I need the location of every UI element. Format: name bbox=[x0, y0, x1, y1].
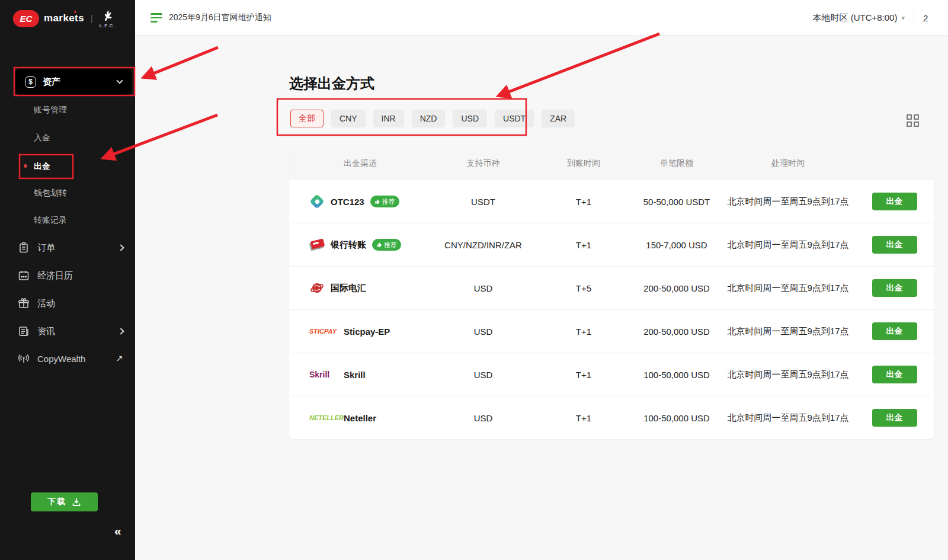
sidebar-item-copywealth-label: CopyWealth bbox=[37, 354, 85, 364]
clock-time: 2 bbox=[923, 13, 948, 23]
withdraw-button[interactable]: 出金 bbox=[872, 409, 917, 427]
recommended-badge-label: 推荐 bbox=[382, 197, 395, 206]
transaction-limit: 150-7,000 USD bbox=[632, 240, 721, 250]
logo-divider: | bbox=[91, 14, 93, 23]
col-header-limit: 单笔限额 bbox=[632, 158, 721, 169]
brand-name: markets bbox=[44, 12, 84, 24]
sidebar-item-account-management[interactable]: 账号管理 bbox=[34, 105, 67, 116]
maintenance-notice-text: 2025年9月6日官网维护通知 bbox=[169, 12, 271, 23]
topbar: 2025年9月6日官网维护通知 本地时区 (UTC+8:00) ▾ 2 bbox=[135, 0, 948, 36]
brand-name-text: markets bbox=[44, 12, 84, 24]
channel-name: 国际电汇 bbox=[331, 283, 366, 294]
sidebar-item-transfer-records[interactable]: 转账记录 bbox=[34, 215, 67, 226]
withdraw-button[interactable]: 出金 bbox=[872, 279, 917, 297]
sidebar-item-activity[interactable]: 活动 bbox=[18, 296, 123, 311]
announcement-lines-icon bbox=[150, 13, 162, 23]
arrival-time: T+1 bbox=[535, 327, 632, 337]
grid-view-toggle[interactable] bbox=[907, 114, 919, 127]
sidebar: EC markets | L.F.C. $ 资产 账号管理 入金 出金 钱包划转… bbox=[0, 0, 135, 560]
sidebar-item-economic-calendar[interactable]: 经济日历 bbox=[18, 268, 123, 283]
sidebar-item-assets-label: 资产 bbox=[43, 76, 60, 88]
arrival-time: T+5 bbox=[535, 283, 632, 293]
chevron-right-icon bbox=[117, 328, 124, 334]
arrival-time: T+1 bbox=[535, 240, 632, 250]
external-link-icon: ↗ bbox=[116, 353, 123, 364]
sidebar-item-wallet-transfer[interactable]: 钱包划转 bbox=[34, 188, 67, 199]
filter-chip-usd[interactable]: USD bbox=[453, 110, 487, 127]
filter-chip-zar[interactable]: ZAR bbox=[542, 110, 575, 127]
sidebar-item-news-label: 资讯 bbox=[37, 326, 55, 337]
processing-time: 北京时间周一至周五9点到17点 bbox=[721, 281, 855, 295]
download-icon bbox=[72, 497, 81, 507]
channel-name: 银行转账 bbox=[331, 239, 366, 251]
sidebar-collapse-button[interactable]: « bbox=[114, 524, 121, 538]
filter-chip-usdt[interactable]: USDT bbox=[495, 110, 534, 127]
arrival-time: T+1 bbox=[535, 370, 632, 380]
chevron-down-icon bbox=[116, 77, 123, 84]
supported-currency: USD bbox=[431, 327, 535, 337]
brand-logo: EC markets | L.F.C. bbox=[13, 8, 116, 28]
sidebar-item-orders-label: 订单 bbox=[37, 242, 55, 254]
brand-dot-icon bbox=[74, 11, 76, 13]
supported-currency: USD bbox=[431, 413, 535, 423]
filter-chip-nzd[interactable]: NZD bbox=[412, 110, 446, 127]
sidebar-item-assets[interactable]: $ 资产 bbox=[15, 69, 132, 95]
table-row-sticpay: STICPAY Sticpay-EP USD T+1 200-50,000 US… bbox=[289, 309, 934, 353]
col-header-currency: 支持币种 bbox=[431, 158, 535, 169]
withdraw-methods-table: 出金渠道 支持币种 到账时间 单笔限额 处理时间 OTC123 推荐 USDT … bbox=[289, 147, 934, 439]
gift-icon bbox=[18, 297, 30, 309]
broadcast-icon bbox=[18, 353, 30, 364]
thumbs-up-icon bbox=[376, 242, 382, 248]
annotation-arrow-filters bbox=[499, 34, 659, 95]
maintenance-notice[interactable]: 2025年9月6日官网维护通知 bbox=[150, 0, 271, 36]
recommended-badge-label: 推荐 bbox=[384, 241, 397, 249]
withdraw-button[interactable]: 出金 bbox=[872, 193, 917, 210]
col-header-channel: 出金渠道 bbox=[289, 158, 431, 169]
filter-chip-cny[interactable]: CNY bbox=[331, 110, 366, 127]
liverbird-icon bbox=[100, 8, 114, 23]
table-row-skrill: Skrill Skrill USD T+1 100-50,000 USD 北京时… bbox=[289, 353, 934, 396]
col-header-processing: 处理时间 bbox=[721, 158, 855, 169]
topbar-divider bbox=[914, 10, 914, 25]
sidebar-item-economic-calendar-label: 经济日历 bbox=[37, 270, 73, 281]
timezone-selector[interactable]: 本地时区 (UTC+8:00) bbox=[813, 12, 898, 24]
download-button-label: 下载 bbox=[47, 497, 66, 507]
table-header-row: 出金渠道 支持币种 到账时间 单笔限额 处理时间 bbox=[289, 147, 934, 180]
col-header-arrival: 到账时间 bbox=[535, 158, 632, 169]
sidebar-item-orders[interactable]: 订单 bbox=[18, 240, 123, 255]
sidebar-item-deposit[interactable]: 入金 bbox=[34, 133, 50, 143]
processing-time: 北京时间周一至周五9点到17点 bbox=[721, 194, 855, 208]
skrill-logo: Skrill bbox=[309, 370, 338, 379]
ec-logo-icon: EC bbox=[13, 10, 39, 27]
recommended-badge: 推荐 bbox=[370, 196, 399, 207]
channel-name: Sticpay-EP bbox=[344, 327, 390, 337]
filter-chip-all[interactable]: 全部 bbox=[290, 110, 324, 127]
sidebar-item-news[interactable]: 资讯 bbox=[18, 324, 123, 339]
sidebar-item-copywealth[interactable]: CopyWealth ↗ bbox=[18, 351, 123, 366]
table-row-neteller: NETELLER Neteller USD T+1 100-50,000 USD… bbox=[289, 396, 934, 439]
table-row-otc123: OTC123 推荐 USDT T+1 50-50,000 USDT 北京时间周一… bbox=[289, 180, 934, 223]
sidebar-item-withdraw[interactable]: 出金 bbox=[34, 161, 50, 172]
supported-currency: USD bbox=[431, 370, 535, 380]
processing-time: 北京时间周一至周五9点到17点 bbox=[721, 367, 855, 381]
processing-time: 北京时间周一至周五9点到17点 bbox=[721, 411, 855, 424]
topbar-right: 本地时区 (UTC+8:00) ▾ 2 bbox=[813, 0, 948, 36]
calendar-icon bbox=[18, 270, 30, 281]
supported-currency: CNY/NZD/INR/ZAR bbox=[431, 240, 535, 250]
transaction-limit: 200-50,000 USD bbox=[632, 283, 721, 293]
news-icon bbox=[18, 325, 30, 337]
globe-icon bbox=[309, 280, 325, 296]
annotation-arrow-assets bbox=[145, 47, 218, 77]
transaction-limit: 200-50,000 USD bbox=[632, 327, 721, 337]
otc123-logo-icon bbox=[309, 194, 325, 209]
withdraw-button[interactable]: 出金 bbox=[872, 322, 917, 340]
withdraw-button[interactable]: 出金 bbox=[872, 236, 917, 254]
sidebar-item-activity-label: 活动 bbox=[37, 298, 55, 309]
filter-chip-inr[interactable]: INR bbox=[373, 110, 404, 127]
withdraw-button[interactable]: 出金 bbox=[872, 366, 917, 383]
bank-card-icon bbox=[309, 237, 325, 252]
download-button[interactable]: 下载 bbox=[31, 492, 98, 511]
thumbs-up-icon bbox=[374, 199, 380, 204]
clipboard-icon bbox=[18, 242, 30, 254]
active-dot-icon bbox=[24, 164, 27, 168]
